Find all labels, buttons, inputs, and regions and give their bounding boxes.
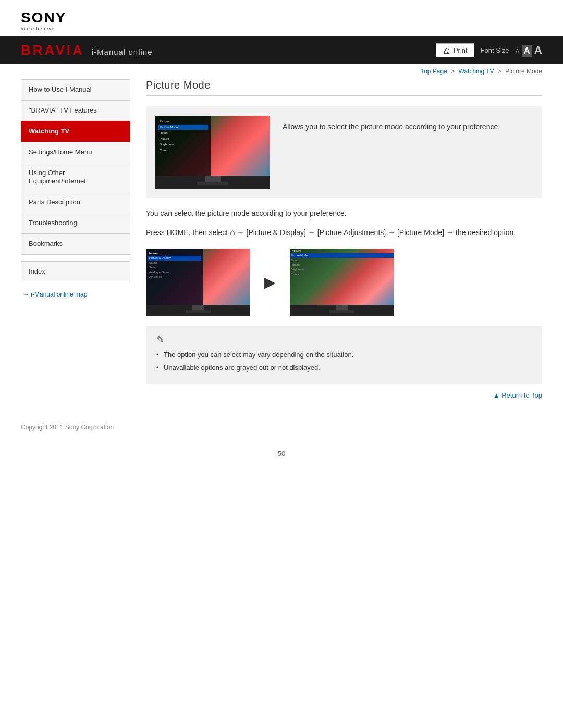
sidebar-item-watching-tv[interactable]: Watching TV [21, 121, 130, 142]
sidebar-item-index[interactable]: Index [21, 261, 130, 281]
imanual-map-link[interactable]: → i-Manual online map [23, 291, 87, 298]
sidebar-item-settings-home[interactable]: Settings/Home Menu [21, 142, 130, 163]
sony-logo: SONY make.believe [21, 9, 542, 31]
sidebar-map-link: → i-Manual online map [21, 287, 130, 298]
next-arrow-icon: ► [261, 272, 279, 293]
menu-row-selected: Picture Mode [158, 125, 208, 130]
ss-stand [192, 305, 204, 310]
ss2-stand [336, 305, 348, 310]
intro-section: Picture Picture Mode Reset Picture Brigh… [146, 106, 542, 198]
mp-item: Picture [290, 249, 394, 253]
intro-tv-image: Picture Picture Mode Reset Picture Brigh… [155, 116, 270, 189]
breadcrumb: Top Page > Watching TV > Picture Mode [0, 64, 563, 79]
mp-item: Picture [290, 263, 394, 267]
menu-row: Brightness [158, 142, 208, 147]
screenshot-before: Home Picture & Display Sound Setup Analo… [146, 249, 250, 316]
logo-bar: SONY make.believe [0, 0, 563, 36]
breadcrumb-current: Picture Mode [505, 68, 542, 75]
mp-item: Home [148, 251, 201, 256]
screenshot-row: Home Picture & Display Sound Setup Analo… [146, 249, 542, 316]
menu-row: Picture [158, 119, 208, 124]
home-icon: ⌂ [230, 228, 235, 237]
ss2-base [329, 310, 354, 313]
page-number: 50 [0, 439, 563, 463]
ss-menu-panel: Home Picture & Display Sound Setup Analo… [146, 249, 203, 305]
ss-screen-bg: Home Picture & Display Sound Setup Analo… [146, 249, 250, 305]
bravia-brand: BRAVIA [21, 42, 84, 58]
note-pencil-icon: ✎ [156, 334, 532, 346]
header-controls: 🖨 Print Font Size A A A [436, 43, 542, 57]
breadcrumb-watching-tv[interactable]: Watching TV [459, 68, 494, 75]
main-layout: How to Use i-Manual "BRAVIA" TV Features… [0, 79, 563, 415]
copyright-text: Copyright 2011 Sony Corporation [21, 424, 114, 431]
mp-item: Analogue Set-up [148, 270, 201, 275]
print-label: Print [454, 46, 468, 54]
brand-tagline: make.believe [21, 26, 55, 31]
mp-item: Setup [148, 265, 201, 270]
bravia-header: BRAVIA i-Manual online 🖨 Print Font Size… [0, 36, 563, 64]
print-button[interactable]: 🖨 Print [436, 43, 474, 57]
note-item-1: The option you can select may vary depen… [156, 350, 532, 361]
font-large-button[interactable]: A [534, 44, 542, 56]
mp-item: Colour [290, 272, 394, 277]
ss2-menu-panel: Picture Picture Mode Reset Picture Brigh… [290, 249, 394, 277]
sidebar: How to Use i-Manual "BRAVIA" TV Features… [21, 79, 130, 415]
mp-item: Reset [290, 258, 394, 263]
font-size-label: Font Size [481, 46, 509, 54]
return-to-top-link[interactable]: ▲ Return to Top [493, 391, 542, 399]
sidebar-item-troubleshooting[interactable]: Troubleshooting [21, 213, 130, 233]
footer: Copyright 2011 Sony Corporation [0, 415, 563, 439]
breadcrumb-sep2: > [498, 68, 501, 75]
sidebar-item-using-other[interactable]: Using Other Equipment/Internet [21, 163, 130, 192]
sidebar-item-bravia-features[interactable]: "BRAVIA" TV Features [21, 100, 130, 121]
font-small-button[interactable]: A [516, 48, 520, 55]
main-content: Picture Mode Picture Picture Mode Reset … [146, 79, 542, 415]
tv-screen: Picture Picture Mode Reset Picture Brigh… [155, 116, 270, 176]
mp-item: Picture & Display [148, 256, 201, 261]
mp-item: AV Set-up [148, 275, 201, 279]
ss2-screen-bg: Picture Picture Mode Reset Picture Brigh… [290, 249, 394, 305]
imanual-subtitle: i-Manual online [92, 47, 153, 56]
mp-item: Brightness [290, 267, 394, 272]
menu-row: Reset [158, 130, 208, 135]
ss-base [186, 310, 211, 313]
body-text-2: Press HOME, then select ⌂ → [Picture & D… [146, 225, 542, 239]
intro-description: Allows you to select the picture mode ac… [283, 116, 500, 132]
breadcrumb-sep1: > [451, 68, 455, 75]
tv-base [197, 182, 228, 185]
return-to-top-bar: ▲ Return to Top [146, 384, 542, 404]
menu-row: Colour [158, 147, 208, 153]
bravia-brand-text: BRAVIA [21, 42, 84, 58]
page-title: Picture Mode [146, 79, 542, 96]
font-size-controls: A A A [516, 44, 542, 57]
print-icon: 🖨 [443, 46, 450, 55]
tv-menu-overlay: Picture Picture Mode Reset Picture Brigh… [155, 116, 211, 176]
sidebar-item-how-to-use[interactable]: How to Use i-Manual [21, 79, 130, 100]
mp-item: Sound [148, 261, 201, 265]
breadcrumb-top-page[interactable]: Top Page [421, 68, 447, 75]
notes-section: ✎ The option you can select may vary dep… [146, 326, 542, 384]
bravia-title-group: BRAVIA i-Manual online [21, 42, 152, 58]
screenshot-after: Picture Picture Mode Reset Picture Brigh… [290, 249, 394, 316]
font-medium-button[interactable]: A [522, 45, 532, 57]
sidebar-item-bookmarks[interactable]: Bookmarks [21, 233, 130, 255]
menu-row: Picture [158, 136, 208, 141]
brand-name: SONY [21, 9, 66, 26]
note-item-2: Unavailable options are grayed out or no… [156, 363, 532, 374]
sidebar-item-parts-description[interactable]: Parts Description [21, 192, 130, 213]
tv-stand [205, 176, 221, 182]
mp-item: Picture Mode [290, 253, 394, 258]
body-text-1: You can select the picture mode accordin… [146, 207, 542, 220]
